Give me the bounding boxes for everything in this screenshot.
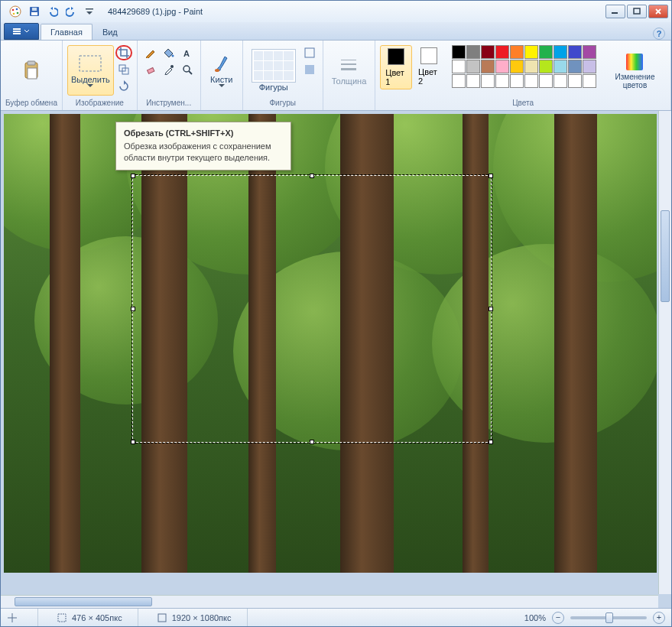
canvas-area — [1, 111, 671, 608]
size-button[interactable]: Толщина — [328, 45, 371, 96]
redo-button[interactable] — [63, 4, 79, 19]
ribbon: Буфер обмена Выделить Изображение — [1, 41, 671, 111]
color-swatch[interactable] — [481, 74, 495, 88]
color1-button[interactable]: Цвет 1 — [380, 45, 412, 89]
shapes-button[interactable]: Фигуры — [248, 45, 300, 96]
svg-rect-12 — [28, 61, 35, 65]
paste-button[interactable] — [15, 45, 47, 96]
color-swatch[interactable] — [510, 74, 524, 88]
help-button[interactable]: ? — [653, 28, 665, 40]
select-button[interactable]: Выделить — [67, 45, 114, 96]
shapes-gallery — [252, 49, 296, 83]
color-swatch[interactable] — [583, 74, 596, 88]
color-swatch[interactable] — [495, 60, 509, 73]
group-colors: Цвет 1 Цвет 2 Изменение цветов Цвета — [375, 41, 671, 110]
svg-point-17 — [171, 55, 174, 57]
color-swatch[interactable] — [452, 74, 466, 88]
shape-outline-button[interactable] — [301, 45, 318, 60]
resize-handle-w[interactable] — [131, 307, 135, 311]
pencil-tool[interactable] — [142, 45, 159, 60]
shape-fill-button[interactable] — [301, 62, 318, 77]
group-image: Выделить Изображение — [63, 41, 138, 110]
svg-rect-10 — [634, 8, 640, 14]
tab-view[interactable]: Вид — [93, 24, 128, 40]
text-tool[interactable]: A — [179, 45, 196, 60]
horizontal-scrollbar[interactable] — [1, 595, 658, 608]
eraser-tool[interactable] — [142, 62, 159, 77]
zoom-out-button[interactable]: − — [552, 612, 564, 624]
tab-home[interactable]: Главная — [41, 24, 93, 40]
scroll-thumb[interactable] — [661, 210, 670, 302]
qat-customize[interactable] — [82, 4, 97, 19]
svg-rect-13 — [28, 68, 37, 79]
color-swatch[interactable] — [524, 60, 538, 73]
svg-rect-7 — [32, 8, 37, 11]
fill-tool[interactable] — [161, 45, 177, 60]
color-swatch[interactable] — [568, 74, 582, 88]
picker-tool[interactable] — [161, 62, 177, 77]
svg-point-2 — [16, 8, 18, 11]
canvas[interactable] — [4, 114, 657, 573]
color-swatch[interactable] — [524, 45, 538, 59]
color-swatch[interactable] — [554, 60, 567, 73]
color-swatch[interactable] — [539, 45, 553, 59]
color-swatch[interactable] — [466, 45, 480, 59]
window-controls — [605, 5, 668, 18]
window-title: 484429689 (1).jpg - Paint — [108, 7, 203, 16]
zoom-in-button[interactable]: + — [653, 612, 665, 624]
app-window: 484429689 (1).jpg - Paint Главная Вид ? … — [0, 0, 672, 627]
minimize-button[interactable] — [605, 5, 625, 18]
resize-handle-n[interactable] — [310, 174, 314, 178]
close-button[interactable] — [648, 5, 668, 18]
color-swatch[interactable] — [510, 45, 524, 59]
paint-icon — [8, 5, 22, 18]
color-swatch[interactable] — [481, 45, 495, 59]
brushes-button[interactable]: Кисти — [206, 45, 238, 96]
resize-handle-sw[interactable] — [131, 440, 135, 444]
color-swatch[interactable] — [495, 74, 509, 88]
crop-button[interactable] — [115, 45, 132, 60]
maximize-button[interactable] — [627, 5, 647, 18]
color-swatch[interactable] — [481, 60, 495, 73]
edit-colors-button[interactable]: Изменение цветов — [604, 45, 666, 96]
resize-handle-e[interactable] — [489, 307, 493, 311]
color-palette — [452, 45, 596, 88]
quick-access-toolbar — [27, 4, 97, 19]
zoom-slider-thumb[interactable] — [605, 612, 613, 623]
color-swatch[interactable] — [466, 60, 480, 73]
selection-rectangle[interactable] — [132, 175, 492, 443]
color-swatch[interactable] — [452, 45, 466, 59]
resize-handle-se[interactable] — [489, 440, 493, 444]
svg-rect-30 — [158, 614, 166, 622]
color-swatch[interactable] — [510, 60, 524, 73]
resize-handle-ne[interactable] — [489, 174, 493, 178]
color-swatch[interactable] — [466, 74, 480, 88]
color2-button[interactable]: Цвет 2 — [414, 45, 444, 88]
color-swatch[interactable] — [583, 45, 596, 59]
color-swatch[interactable] — [524, 74, 538, 88]
color-swatch[interactable] — [554, 74, 567, 88]
save-button[interactable] — [27, 4, 42, 19]
zoom-slider[interactable] — [570, 616, 647, 619]
resize-handle-nw[interactable] — [131, 174, 135, 178]
group-brushes: Кисти — [201, 41, 243, 110]
undo-button[interactable] — [45, 4, 60, 19]
rotate-button[interactable] — [115, 79, 132, 94]
color-swatch[interactable] — [583, 60, 596, 73]
color-swatch[interactable] — [539, 60, 553, 73]
magnifier-tool[interactable] — [179, 62, 196, 77]
group-size: Толщина — [323, 41, 376, 110]
color-swatch[interactable] — [554, 45, 567, 59]
vertical-scrollbar[interactable] — [658, 111, 671, 594]
color-swatch[interactable] — [495, 45, 509, 59]
cursor-pos-icon — [7, 612, 18, 623]
color-swatch[interactable] — [568, 60, 582, 73]
resize-handle-s[interactable] — [310, 440, 314, 444]
scroll-thumb[interactable] — [15, 597, 152, 606]
file-menu-button[interactable] — [4, 23, 39, 40]
resize-button[interactable] — [115, 62, 132, 77]
color-swatch[interactable] — [568, 45, 582, 59]
color-swatch[interactable] — [539, 74, 553, 88]
color-swatch[interactable] — [452, 60, 466, 73]
color2-swatch — [420, 47, 437, 64]
